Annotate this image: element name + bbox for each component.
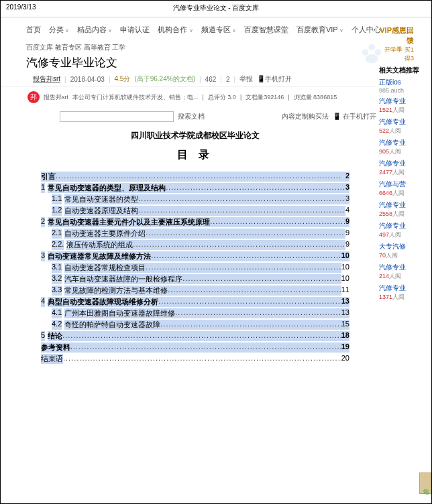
toc-dots: ........................................… bbox=[175, 308, 341, 318]
toc-dots: ........................................… bbox=[168, 286, 341, 296]
related-title: 汽修专业 bbox=[379, 117, 427, 127]
related-item[interactable]: 汽修专业497人阅 bbox=[379, 221, 427, 239]
toc-line[interactable]: 2.2.液压传动系统的组成...........................… bbox=[41, 240, 349, 250]
toc-num: 4 bbox=[41, 297, 45, 307]
author-link[interactable]: 报告邦srt bbox=[33, 74, 60, 84]
toc-label: 自动变速器原理及结构 bbox=[64, 206, 138, 216]
toc-line[interactable]: 3.1自动变速器常规检查项目..........................… bbox=[41, 263, 349, 273]
related-item[interactable]: 大专汽修70人阅 bbox=[379, 242, 427, 260]
open-mobile[interactable]: 📱 在手机打开 bbox=[333, 112, 376, 121]
toc-page: 2 bbox=[345, 172, 349, 182]
page-title: 汽修专业毕业论文 bbox=[1, 54, 376, 72]
meta-row: 报告邦srt| 2018-04-03| 4.5分(高于96.24%的文档)| 4… bbox=[1, 72, 376, 86]
search-button[interactable]: 搜索文档 bbox=[178, 112, 205, 121]
related-meta: 214人阅 bbox=[379, 272, 427, 281]
toc-line[interactable]: 3.3常见故障的检测方法与基本维修.......................… bbox=[41, 286, 349, 296]
related-item[interactable]: 汽修与营6646人阅 bbox=[379, 180, 427, 198]
toc-page: 15 bbox=[341, 320, 349, 330]
toc-line[interactable]: 引言......................................… bbox=[41, 172, 349, 182]
nav-apply[interactable]: 申请认证 bbox=[120, 25, 150, 35]
search-row: 搜索文档 内容定制购买法 📱 在手机打开 bbox=[1, 107, 376, 125]
toc-label: 常见故障的检测方法与基本维修 bbox=[64, 286, 168, 296]
toc-num: 2 bbox=[41, 217, 45, 227]
nav-home[interactable]: 首页 bbox=[26, 25, 41, 35]
vip-line2: 开学季 买1得3 bbox=[379, 46, 414, 63]
nav-coop[interactable]: 机构合作 bbox=[158, 25, 193, 35]
toc-line[interactable]: 4.2奇怪的帕萨特自动变速器故障........................… bbox=[41, 320, 349, 330]
toc-line[interactable]: 2常见自动变速器主要元件介以及主要液压系统原理.................… bbox=[41, 217, 349, 227]
related-item[interactable]: 汽修专业1521人阅 bbox=[379, 97, 427, 115]
sidebar: VIP感恩回馈 开学季 买1得3 相关文档推荐 正版ios985.auch汽修专… bbox=[376, 17, 430, 365]
report-link[interactable]: 举报 bbox=[239, 74, 253, 84]
related-title: 汽修专业 bbox=[379, 263, 427, 272]
related-meta: 985.auch bbox=[379, 87, 427, 94]
nav-channel[interactable]: 频道专区 bbox=[201, 25, 236, 35]
uploader-score: 总评分 3.0 bbox=[208, 93, 236, 102]
toc-dots: ........................................… bbox=[210, 217, 345, 227]
toc-line[interactable]: 参考资料....................................… bbox=[41, 342, 349, 353]
toc-line[interactable]: 1.1常见自动变速器的类型...........................… bbox=[41, 194, 349, 204]
toc-page: 4 bbox=[345, 206, 349, 216]
toc-page: 3 bbox=[345, 194, 349, 204]
uploader-views: 浏览量 8386815 bbox=[294, 93, 337, 102]
related-meta: 6646人阅 bbox=[379, 189, 427, 198]
toc-label: 常见自动变速器主要元件介以及主要液压系统原理 bbox=[48, 217, 210, 227]
nav-eduvip[interactable]: 百度教育VIP bbox=[296, 25, 343, 35]
toc-num: 3.2 bbox=[52, 274, 62, 284]
related-item[interactable]: 汽修专业522人阅 bbox=[379, 117, 427, 135]
nav-category[interactable]: 分类 bbox=[49, 25, 69, 35]
avatar[interactable]: 邦 bbox=[28, 91, 40, 103]
crumb-2[interactable]: 高等教育 bbox=[84, 44, 111, 51]
toc-dots: ........................................… bbox=[138, 206, 345, 216]
search-input[interactable] bbox=[60, 111, 174, 122]
nav-quality[interactable]: 精品内容 bbox=[77, 25, 112, 35]
toc-line[interactable]: 1.2自动变速器原理及结构...........................… bbox=[41, 206, 349, 216]
main-nav: 首页 分类 精品内容 申请认证 机构合作 频道专区 百度智慧课堂 百度教育VIP… bbox=[1, 17, 376, 42]
toc-line[interactable]: 1常见自动变速器的类型、原理及结构.......................… bbox=[41, 183, 349, 193]
toc-label: 自动变速器常规检查项目 bbox=[64, 263, 146, 273]
toc-dots: ........................................… bbox=[160, 320, 341, 330]
related-item[interactable]: 汽修专业214人阅 bbox=[379, 263, 427, 281]
toc-num: 3.1 bbox=[52, 263, 62, 273]
crumb-0[interactable]: 百度文库 bbox=[26, 44, 53, 51]
toc-label: 自动变速器常见故障及维修方法 bbox=[48, 251, 151, 261]
uploader-name[interactable]: 报告邦srt bbox=[44, 93, 68, 102]
related-item[interactable]: 汽修专业2477人阅 bbox=[379, 159, 427, 177]
toc-dots: ........................................… bbox=[151, 251, 341, 261]
toc-dots: ........................................… bbox=[138, 194, 345, 204]
toc-line[interactable]: 3.2汽车自动变速器故障的一般检修程序.....................… bbox=[41, 274, 349, 284]
toc-dots: ........................................… bbox=[133, 240, 345, 250]
toc-line[interactable]: 4典型自动变速器故障现场维修分析........................… bbox=[41, 297, 349, 307]
toc-line[interactable]: 3自动变速器常见故障及维修方法.........................… bbox=[41, 251, 349, 261]
crumb-3[interactable]: 工学 bbox=[112, 44, 125, 51]
meta-date: 2018-04-03 bbox=[70, 76, 105, 83]
toc-num: 5 bbox=[41, 331, 45, 341]
toc-line[interactable]: 5结论.....................................… bbox=[41, 331, 349, 341]
custom-link[interactable]: 内容定制购买法 bbox=[282, 112, 329, 121]
toc-line[interactable]: 结束语.....................................… bbox=[41, 354, 349, 364]
uploader-row: 邦 报告邦srt 本公司专门计算机软硬件技术开发、销售；电... | 总评分 3… bbox=[1, 86, 376, 107]
nav-wisdom[interactable]: 百度智慧课堂 bbox=[244, 25, 288, 35]
vip-promo[interactable]: VIP感恩回馈 开学季 买1得3 bbox=[379, 23, 427, 66]
mobile-badge[interactable]: 📱手机打开 bbox=[257, 74, 292, 84]
toc-page: 18 bbox=[341, 331, 349, 341]
toc-dots: ........................................… bbox=[146, 229, 345, 239]
uploader-docs: 文档量392146 bbox=[246, 93, 284, 102]
toc-line[interactable]: 4.1广州本田雅阁自动变速器故障维修......................… bbox=[41, 308, 349, 318]
related-item[interactable]: 正版ios985.auch bbox=[379, 78, 427, 94]
crumb-1[interactable]: 教育专区 bbox=[55, 44, 82, 51]
related-meta: 905人阅 bbox=[379, 147, 427, 156]
toc-num: 1 bbox=[41, 183, 45, 193]
toc-dots: ........................................… bbox=[62, 331, 341, 341]
corner-tab[interactable]: 常站 bbox=[419, 472, 431, 494]
related-item[interactable]: 汽修专业905人阅 bbox=[379, 138, 427, 156]
top-bar: 2019/3/13 汽修专业毕业论文 - 百度文库 bbox=[1, 1, 431, 17]
related-item[interactable]: 汽修专业2558人阅 bbox=[379, 200, 427, 218]
meta-pages: 2 bbox=[226, 76, 230, 83]
toc-page: 10 bbox=[341, 263, 349, 273]
related-item[interactable]: 汽修专业1371人阅 bbox=[379, 284, 427, 302]
toc-label: 常见自动变速器的类型、原理及结构 bbox=[48, 183, 166, 193]
toc-page: 11 bbox=[341, 286, 349, 296]
toc-line[interactable]: 2.1自动变速器主要原件介绍..........................… bbox=[41, 229, 349, 239]
related-meta: 1521人阅 bbox=[379, 106, 427, 115]
